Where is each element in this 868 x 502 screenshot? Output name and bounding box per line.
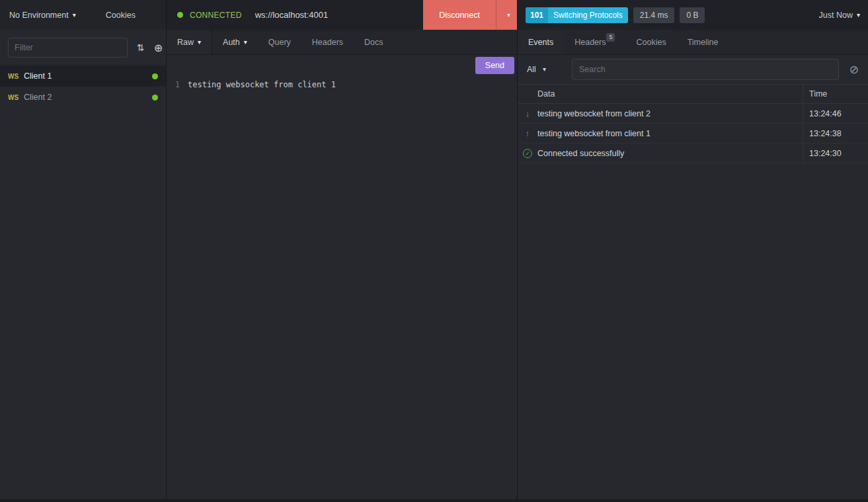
send-button[interactable]: Send	[475, 57, 514, 74]
tab-auth[interactable]: Auth ▾	[212, 30, 258, 54]
tab-headers-response[interactable]: Headers 5	[564, 30, 625, 54]
tab-cookies[interactable]: Cookies	[625, 30, 676, 54]
tab-label: Events	[528, 38, 553, 47]
check-glyph: ✓	[525, 150, 530, 157]
tab-label: Raw	[177, 38, 194, 47]
sidebar-item-client-1[interactable]: WS Client 1	[0, 65, 166, 87]
tab-label: Headers	[574, 38, 606, 47]
tab-label: Docs	[364, 38, 383, 47]
connected-dot-icon	[152, 95, 158, 101]
tab-label: Auth	[223, 38, 240, 47]
tab-label: Headers	[312, 38, 343, 47]
disconnect-button[interactable]: Disconnect ▾	[423, 0, 517, 30]
sidebar: No Environment ▾ Cookies ⇅ ⊕ ▾ WS Client…	[0, 0, 167, 499]
events-filter-bar: All ▾ ⊘	[518, 55, 868, 84]
icon-column-header	[518, 85, 537, 103]
bottom-status-strip	[0, 499, 868, 502]
disconnect-dropdown[interactable]: ▾	[496, 0, 517, 30]
environment-selector[interactable]: No Environment	[9, 11, 69, 20]
duration-badge: 21.4 ms	[633, 7, 675, 23]
status-dot-icon	[177, 12, 183, 18]
event-data: testing websocket from client 1	[537, 124, 803, 143]
editor-line[interactable]: 1 testing websocket from client 1	[167, 79, 517, 91]
tab-query[interactable]: Query	[258, 30, 301, 54]
filter-input[interactable]	[8, 38, 128, 58]
connection-status: CONNECTED	[190, 11, 242, 20]
data-column-header: Data	[537, 85, 803, 103]
request-url[interactable]: ws://localhost:4001	[255, 10, 329, 20]
editor-toolbar: Send	[167, 55, 517, 79]
freshness-label: Just Now	[819, 11, 853, 20]
request-name: Client 1	[24, 71, 52, 81]
disconnect-label: Disconnect	[423, 0, 496, 30]
app-window: No Environment ▾ Cookies ⇅ ⊕ ▾ WS Client…	[0, 0, 868, 502]
event-type-value: All	[527, 65, 536, 74]
tab-docs[interactable]: Docs	[354, 30, 393, 54]
clear-events-icon[interactable]: ⊘	[849, 63, 859, 77]
chevron-down-icon: ▾	[73, 12, 76, 19]
chevron-down-icon: ▾	[543, 66, 546, 73]
message-editor[interactable]: Send 1 testing websocket from client 1	[167, 55, 517, 499]
size-badge: 0 B	[680, 7, 705, 23]
table-row[interactable]: ↓ testing websocket from client 2 13:24:…	[518, 104, 868, 124]
arrow-down-icon: ↓	[526, 108, 530, 118]
tab-timeline[interactable]: Timeline	[677, 30, 729, 54]
arrow-up-icon: ↑	[526, 128, 530, 138]
tab-headers[interactable]: Headers	[301, 30, 354, 54]
response-meta-bar: 101 Switching Protocols 21.4 ms 0 B Just…	[518, 0, 868, 30]
time-column-header: Time	[803, 85, 868, 103]
chevron-down-icon: ▾	[198, 39, 201, 46]
cookies-button[interactable]: Cookies	[106, 11, 136, 20]
status-badge: 101 Switching Protocols	[526, 7, 628, 23]
sidebar-topbar: No Environment ▾ Cookies	[0, 0, 166, 30]
request-tabs: Raw ▾ Auth ▾ Query Headers Docs	[167, 30, 517, 55]
request-list: WS Client 1 WS Client 2	[0, 65, 166, 499]
chevron-down-icon: ▾	[244, 39, 247, 46]
url-bar: CONNECTED ws://localhost:4001 Disconnect…	[167, 0, 517, 30]
tab-label: Timeline	[688, 38, 719, 47]
status-code: 101	[526, 7, 548, 23]
sort-icon[interactable]: ⇅	[137, 42, 145, 53]
status-text: Switching Protocols	[548, 11, 628, 20]
chevron-down-icon: ▾	[857, 12, 860, 19]
table-row[interactable]: ↑ testing websocket from client 1 13:24:…	[518, 124, 868, 144]
request-name: Client 2	[24, 93, 52, 102]
headers-count-badge: 5	[606, 33, 615, 42]
line-number: 1	[167, 79, 188, 91]
event-data: Connected successfully	[537, 144, 803, 163]
table-row[interactable]: ✓ Connected successfully 13:24:30	[518, 144, 868, 163]
request-pane: CONNECTED ws://localhost:4001 Disconnect…	[167, 0, 518, 499]
events-table-header: Data Time	[518, 84, 868, 104]
chevron-down-icon: ▾	[507, 12, 510, 19]
ws-method-tag: WS	[8, 73, 24, 80]
events-table: Data Time ↓ testing websocket from clien…	[518, 84, 868, 163]
connected-dot-icon	[152, 73, 158, 79]
event-time: 13:24:46	[803, 104, 868, 123]
event-time: 13:24:30	[803, 144, 868, 163]
response-pane: 101 Switching Protocols 21.4 ms 0 B Just…	[518, 0, 868, 499]
check-circle-icon: ✓	[523, 149, 532, 158]
panes-container: No Environment ▾ Cookies ⇅ ⊕ ▾ WS Client…	[0, 0, 868, 499]
plus-icon: ⊕	[154, 42, 163, 54]
editor-text: testing websocket from client 1	[188, 79, 336, 91]
response-history-dropdown[interactable]: Just Now ▾	[819, 11, 860, 20]
tab-label: Cookies	[636, 38, 666, 47]
sidebar-filter-row: ⇅ ⊕ ▾	[0, 30, 166, 65]
event-data: testing websocket from client 2	[537, 104, 803, 123]
sidebar-item-client-2[interactable]: WS Client 2	[0, 87, 166, 108]
tab-body-type[interactable]: Raw ▾	[167, 30, 212, 54]
tab-label: Query	[268, 38, 291, 47]
event-time: 13:24:38	[803, 124, 868, 143]
response-tabs: Events Headers 5 Cookies Timeline	[518, 30, 868, 55]
events-search-input[interactable]	[572, 59, 839, 80]
event-type-select[interactable]: All ▾	[527, 65, 564, 74]
ws-method-tag: WS	[8, 94, 24, 101]
tab-events[interactable]: Events	[518, 30, 564, 54]
